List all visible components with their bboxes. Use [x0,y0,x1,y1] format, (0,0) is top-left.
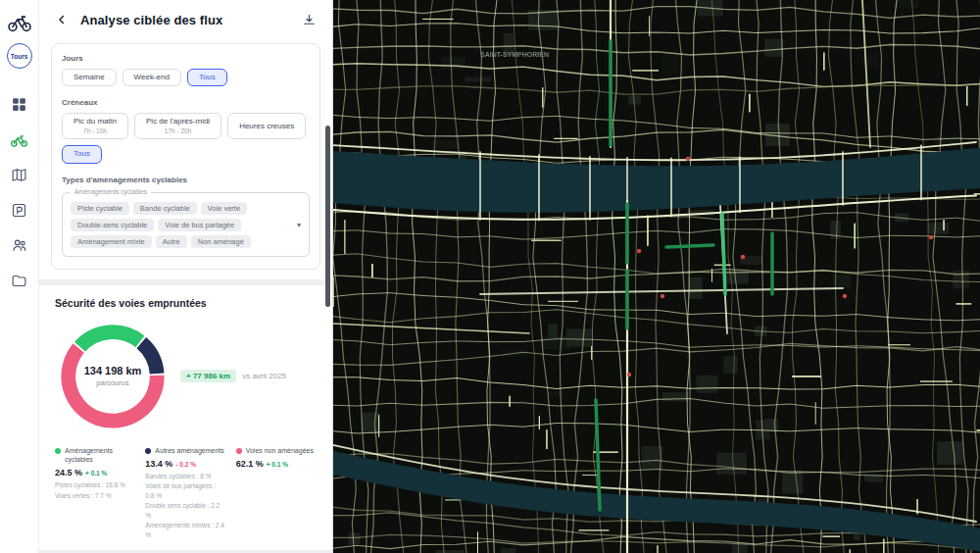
option-label: Week-end [134,73,170,82]
legend-pct: 13.4 % [145,459,172,469]
legend-amenagements-cyclables: Aménagements cyclables 24.5 % + 0.1 % Pi… [55,446,135,541]
creneaux-option-tous[interactable]: Tous [62,145,102,163]
option-label: Pic de l'après-midi [146,117,210,126]
chip-voie-bus[interactable]: Voie de bus partagée [158,219,241,231]
filter-group-types: Types d'aménagements cyclables Aménageme… [62,176,310,257]
app-root: Tours [0,0,980,553]
download-icon [302,13,317,27]
donut-chart-block: 134 198 km parcourus + 77 986 km vs avri… [55,319,317,434]
filters-card: Jours Semaine Week-end Tous Créneaux [51,43,320,270]
legend-pct: 24.5 % [55,468,82,478]
option-sublabel: 7h - 10h [83,127,107,135]
security-section: Sécurité des voies empruntées 134 198 km… [39,285,332,551]
delta-context: vs avril 2025 [242,372,286,380]
chip-amenagement-mixte[interactable]: Aménagement mixte [71,235,152,248]
legend-pct: 62.1 % [236,459,264,469]
creneaux-option-matin[interactable]: Pic du matin 7h - 10h [62,113,128,139]
option-label: Heures creuses [239,122,294,131]
legend-dot-navy [145,448,151,454]
chip-bande-cyclable[interactable]: Bande cyclable [133,202,197,215]
filter-group-creneaux: Créneaux Pic du matin 7h - 10h Pic de l'… [62,98,310,163]
sidebar-item-bike-flows[interactable] [6,126,33,153]
chip-voie-verte[interactable]: Voie verte [201,202,247,215]
chip-double-sens[interactable]: Double-sens cyclable [71,219,154,231]
creneaux-option-apres-midi[interactable]: Pic de l'après-midi 17h - 20h [134,113,221,139]
brand-label: Tours [11,53,28,60]
grid-icon [11,96,27,113]
option-label: Pic du matin [74,117,117,126]
sidebar-item-map[interactable] [6,161,33,188]
legend-delta: - 0.2 % [175,461,196,468]
breakdown-line: Voies de bus partagées : 0.8 % [145,481,225,501]
legend-name: Aménagements cyclables [65,446,135,465]
back-button[interactable] [51,9,73,30]
breakdown-line: Pistes cyclables : 16.8 % [55,480,135,490]
option-sublabel: 17h - 20h [165,127,191,135]
map-canvas[interactable] [333,0,980,553]
legend-breakdown: Bandes cyclables : 8 % Voies de bus part… [145,472,225,540]
donut-legend: Aménagements cyclables 24.5 % + 0.1 % Pi… [55,446,317,541]
delta-badge: + 77 986 km [180,370,236,382]
legend-voies-non-amenagees: Voies non aménagées 62.1 % + 0.1 % [236,446,317,541]
sidebar-item-parking[interactable] [6,196,33,224]
types-label: Types d'aménagements cyclables [62,176,310,184]
security-title: Sécurité des voies empruntées [55,297,317,309]
legend-delta: + 0.1 % [85,470,107,477]
sidebar-item-files[interactable] [6,267,33,294]
delta-info: + 77 986 km vs avril 2025 [180,370,286,382]
legend-name: Autres aménagements [155,446,223,455]
jours-label: Jours [62,54,310,63]
legend-name: Voies non aménagées [246,446,314,455]
tours-logo[interactable]: Tours [7,43,32,69]
breakdown-line: Voies vertes : 7.7 % [55,491,135,501]
bike-icon [10,130,28,149]
page-title: Analyse ciblée des flux [80,13,289,27]
panel-header: Analyse ciblée des flux [39,0,332,39]
folder-icon [11,273,27,289]
legend-autres-amenagements: Autres aménagements 13.4 % - 0.2 % Bande… [145,446,225,541]
chip-non-amenage[interactable]: Non aménagé [191,235,251,248]
chevron-down-icon[interactable]: ▾ [297,220,301,228]
option-label: Semaine [74,73,105,82]
bike-logo-icon [7,9,32,34]
breakdown-line: Aménagements mixtes : 2.4 % [145,521,225,540]
breakdown-line: Double sens cyclable : 2.2 % [145,501,225,521]
panel-scrollbar[interactable] [325,126,330,307]
legend-dot-green [55,448,61,454]
types-chips: Piste cyclable Bande cyclable Voie verte… [71,202,283,248]
jours-option-semaine[interactable]: Semaine [62,69,117,86]
types-field-label: Aménagements cyclables [71,188,151,195]
option-label: Tous [74,149,90,159]
breakdown-line: Bandes cyclables : 8 % [145,472,225,481]
sidebar-item-dashboard[interactable] [6,90,33,118]
jours-option-weekend[interactable]: Week-end [122,69,181,86]
app-logo [6,8,33,35]
creneaux-option-heures-creuses[interactable]: Heures creuses [227,113,306,139]
jours-option-tous[interactable]: Tous [187,69,227,86]
legend-dot-pink [236,448,242,454]
analysis-panel: Analyse ciblée des flux Jours Semaine We… [39,0,333,553]
map-container [333,0,980,553]
filter-group-jours: Jours Semaine Week-end Tous [62,54,310,86]
creneaux-label: Créneaux [62,98,310,107]
legend-breakdown: Pistes cyclables : 16.8 % Voies vertes :… [55,480,135,500]
parking-icon [11,202,27,219]
chip-autre[interactable]: Autre [156,235,187,248]
sidebar-item-users[interactable] [6,231,33,259]
chip-piste-cyclable[interactable]: Piste cyclable [71,202,129,215]
download-button[interactable] [297,8,320,31]
donut-chart[interactable]: 134 198 km parcourus [55,319,171,434]
legend-delta: + 0.1 % [267,461,288,468]
users-icon [11,236,28,254]
donut-svg [55,319,171,434]
sidebar-rail: Tours [0,0,39,553]
chevron-left-icon [55,13,69,26]
types-multiselect[interactable]: Aménagements cyclables Piste cyclable Ba… [62,192,310,257]
option-label: Tous [199,73,216,82]
map-icon [11,167,27,183]
